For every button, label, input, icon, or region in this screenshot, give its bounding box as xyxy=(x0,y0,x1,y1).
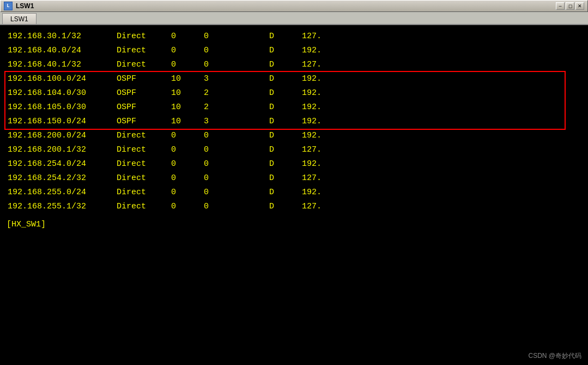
col-pref: 0 xyxy=(171,129,204,142)
col-cost: 0 xyxy=(204,129,269,142)
col-pref: 0 xyxy=(171,58,204,71)
tab-bar: LSW1 xyxy=(0,12,588,25)
col-proto: Direct xyxy=(117,129,171,142)
col-next: 127. xyxy=(302,58,322,71)
col-pref: 10 xyxy=(171,73,204,86)
col-next: 127. xyxy=(302,172,322,185)
col-ip: 192.168.40.0/24 xyxy=(8,44,117,57)
col-proto: Direct xyxy=(117,158,171,171)
table-row: 192.168.254.2/32 Direct 0 0 D 127. xyxy=(7,171,581,186)
col-next: 192. xyxy=(302,73,322,86)
col-pref: 0 xyxy=(171,30,204,43)
col-next: 127. xyxy=(302,30,322,43)
col-next: 192. xyxy=(302,87,322,100)
col-flag: D xyxy=(269,200,302,213)
col-cost: 0 xyxy=(204,186,269,199)
col-pref: 10 xyxy=(171,115,204,128)
col-ip: 192.168.254.0/24 xyxy=(8,158,117,171)
col-cost: 0 xyxy=(204,58,269,71)
col-next: 127. xyxy=(302,143,322,157)
col-cost: 2 xyxy=(204,87,269,100)
minimize-button[interactable]: – xyxy=(556,2,565,10)
col-next: 192. xyxy=(302,158,322,171)
restore-button[interactable]: ◻ xyxy=(566,2,574,10)
col-proto: Direct xyxy=(117,44,171,57)
col-ip: 192.168.100.0/24 xyxy=(8,73,117,86)
col-flag: D xyxy=(269,172,302,185)
tab-lsw1[interactable]: LSW1 xyxy=(2,13,37,24)
col-cost: 0 xyxy=(204,44,269,57)
col-ip: 192.168.254.2/32 xyxy=(8,172,117,185)
terminal-prompt: [HX_SW1] xyxy=(7,218,581,231)
table-row: 192.168.100.0/24 OSPF 10 3 D 192. xyxy=(7,72,581,86)
table-row: 192.168.30.1/32 Direct 0 0 D 127. xyxy=(7,29,581,44)
col-cost: 3 xyxy=(204,115,269,128)
col-proto: OSPF xyxy=(117,115,171,128)
table-row: 192.168.200.1/32 Direct 0 0 D 127. xyxy=(7,143,581,157)
col-cost: 0 xyxy=(204,143,269,157)
col-flag: D xyxy=(269,186,302,199)
terminal-window[interactable]: 192.168.30.1/32 Direct 0 0 D 127. 192.16… xyxy=(0,25,588,365)
col-proto: Direct xyxy=(117,172,171,185)
col-proto: Direct xyxy=(117,186,171,199)
col-proto: OSPF xyxy=(117,73,171,86)
col-proto: OSPF xyxy=(117,87,171,100)
col-next: 192. xyxy=(302,129,322,142)
col-ip: 192.168.30.1/32 xyxy=(8,30,117,43)
col-flag: D xyxy=(269,143,302,157)
window-controls: – ◻ ✕ xyxy=(556,2,584,10)
col-pref: 0 xyxy=(171,186,204,199)
col-flag: D xyxy=(269,101,302,114)
table-row: 192.168.104.0/30 OSPF 10 2 D 192. xyxy=(7,86,581,100)
table-row: 192.168.255.0/24 Direct 0 0 D 192. xyxy=(7,186,581,200)
table-row: 192.168.105.0/30 OSPF 10 2 D 192. xyxy=(7,100,581,115)
col-pref: 10 xyxy=(171,87,204,100)
col-pref: 0 xyxy=(171,143,204,157)
app-icon: L xyxy=(4,2,13,10)
col-cost: 0 xyxy=(204,172,269,185)
table-row: 192.168.255.1/32 Direct 0 0 D 127. xyxy=(7,200,581,214)
col-cost: 0 xyxy=(204,30,269,43)
col-flag: D xyxy=(269,44,302,57)
col-cost: 0 xyxy=(204,200,269,213)
col-cost: 3 xyxy=(204,73,269,86)
title-bar: L LSW1 – ◻ ✕ xyxy=(0,0,588,12)
table-row: 192.168.200.0/24 Direct 0 0 D 192. xyxy=(7,129,581,143)
col-ip: 192.168.40.1/32 xyxy=(8,58,117,71)
col-pref: 0 xyxy=(171,172,204,185)
col-flag: D xyxy=(269,115,302,128)
col-ip: 192.168.255.1/32 xyxy=(8,200,117,213)
table-row: 192.168.40.0/24 Direct 0 0 D 192. xyxy=(7,44,581,58)
col-pref: 0 xyxy=(171,158,204,171)
col-cost: 2 xyxy=(204,101,269,114)
col-proto: Direct xyxy=(117,200,171,213)
table-row: 192.168.40.1/32 Direct 0 0 D 127. xyxy=(7,58,581,72)
col-flag: D xyxy=(269,129,302,142)
table-row: 192.168.254.0/24 Direct 0 0 D 192. xyxy=(7,157,581,171)
col-pref: 0 xyxy=(171,44,204,57)
col-ip: 192.168.255.0/24 xyxy=(8,186,117,199)
col-pref: 10 xyxy=(171,101,204,114)
terminal-content: 192.168.30.1/32 Direct 0 0 D 127. 192.16… xyxy=(7,29,581,231)
col-proto: OSPF xyxy=(117,101,171,114)
col-flag: D xyxy=(269,158,302,171)
col-next: 192. xyxy=(302,101,322,114)
table-row: 192.168.150.0/24 OSPF 10 3 D 192. xyxy=(7,115,581,129)
col-flag: D xyxy=(269,58,302,71)
col-proto: Direct xyxy=(117,30,171,43)
col-next: 127. xyxy=(302,200,322,213)
window-title: LSW1 xyxy=(16,2,556,10)
col-flag: D xyxy=(269,30,302,43)
col-next: 192. xyxy=(302,186,322,199)
col-pref: 0 xyxy=(171,200,204,213)
col-ip: 192.168.200.0/24 xyxy=(8,129,117,142)
col-proto: Direct xyxy=(117,143,171,157)
col-flag: D xyxy=(269,87,302,100)
close-button[interactable]: ✕ xyxy=(575,2,584,10)
col-next: 192. xyxy=(302,44,322,57)
col-ip: 192.168.104.0/30 xyxy=(8,87,117,100)
col-cost: 0 xyxy=(204,158,269,171)
col-proto: Direct xyxy=(117,58,171,71)
col-ip: 192.168.150.0/24 xyxy=(8,115,117,128)
col-ip: 192.168.105.0/30 xyxy=(8,101,117,114)
